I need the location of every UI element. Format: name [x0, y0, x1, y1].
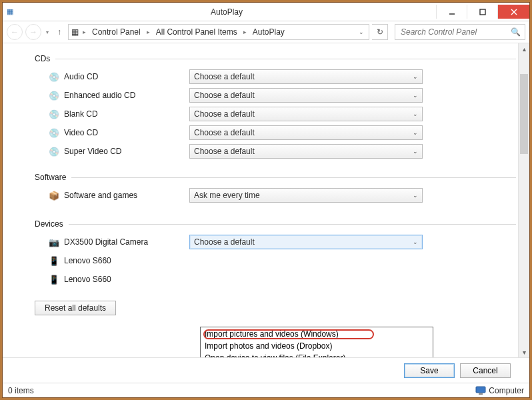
history-dropdown-button[interactable]: ▾	[44, 29, 51, 35]
disc-icon: 💿	[48, 127, 60, 139]
row-lenovo-s660-2: 📱 Lenovo S660	[35, 270, 516, 289]
window-title: AutoPlay	[17, 7, 436, 17]
chevron-down-icon: ⌄	[413, 192, 418, 199]
status-item-count: 0 items	[8, 386, 34, 395]
row-label: Blank CD	[64, 109, 189, 119]
row-super-video-cd: 💿 Super Video CD Choose a default⌄	[35, 142, 516, 161]
crumb-control-panel[interactable]: Control Panel	[90, 27, 143, 37]
row-label: DX3500 Digital Camera	[64, 237, 189, 247]
crumb-autoplay[interactable]: AutoPlay	[251, 27, 287, 37]
window-buttons	[436, 5, 529, 19]
svg-rect-5	[479, 393, 483, 395]
search-box[interactable]: 🔍	[395, 24, 525, 40]
search-input[interactable]	[399, 27, 511, 37]
address-bar[interactable]: ▦ ▸ Control Panel ▸ All Control Panel It…	[68, 24, 369, 40]
row-dx3500-camera: 📷 DX3500 Digital Camera Choose a default…	[35, 233, 516, 251]
crumb-all-items[interactable]: All Control Panel Items	[154, 27, 239, 37]
row-label: Lenovo S660	[64, 256, 189, 265]
content-scroll: CDs 💿 Audio CD Choose a default⌄ 💿 Enhan…	[3, 43, 529, 357]
dialog-button-bar: Save Cancel	[3, 357, 529, 383]
location-icon: ▦	[71, 27, 79, 37]
disc-icon: 💿	[48, 108, 60, 120]
content-area: CDs 💿 Audio CD Choose a default⌄ 💿 Enhan…	[3, 43, 529, 357]
address-dropdown-icon[interactable]: ⌄	[357, 29, 366, 35]
crumb-sep-icon: ▸	[145, 29, 151, 35]
disc-icon: 💿	[48, 89, 60, 101]
back-button[interactable]: ←	[7, 24, 23, 40]
row-label: Enhanced audio CD	[64, 91, 189, 100]
row-label: Video CD	[64, 128, 189, 137]
chevron-down-icon: ⌄	[413, 239, 418, 245]
row-lenovo-s660-1: 📱 Lenovo S660	[35, 251, 516, 270]
cancel-button[interactable]: Cancel	[460, 363, 511, 378]
package-icon: 📦	[48, 189, 60, 201]
group-title-software: Software	[35, 173, 516, 182]
combo-blank-cd[interactable]: Choose a default⌄	[189, 107, 423, 121]
disc-icon: 💿	[48, 145, 60, 157]
group-title-cds: CDs	[35, 54, 516, 63]
phone-icon: 📱	[48, 273, 60, 285]
search-icon: 🔍	[511, 27, 521, 37]
phone-icon: 📱	[48, 255, 60, 267]
chevron-down-icon: ⌄	[413, 73, 418, 80]
toolbar: ← → ▾ ↑ ▦ ▸ Control Panel ▸ All Control …	[3, 21, 529, 43]
row-label: Super Video CD	[64, 147, 189, 156]
combo-super-video-cd[interactable]: Choose a default⌄	[189, 144, 423, 159]
crumb-sep-icon: ▸	[81, 29, 87, 35]
row-label: Software and games	[64, 191, 189, 200]
dropdown-option[interactable]: Open device to view files (File Explorer…	[201, 352, 433, 357]
disc-icon: 💿	[48, 71, 60, 83]
combo-software-games[interactable]: Ask me every time⌄	[189, 188, 423, 203]
chevron-down-icon: ⌄	[413, 92, 418, 99]
row-blank-cd: 💿 Blank CD Choose a default⌄	[35, 105, 516, 123]
maximize-button[interactable]	[467, 5, 497, 19]
up-button[interactable]: ↑	[53, 27, 65, 37]
crumb-sep-icon: ▸	[242, 29, 248, 35]
dropdown-device-options[interactable]: Import pictures and videos (Windows) Imp…	[200, 327, 433, 357]
combo-audio-cd[interactable]: Choose a default⌄	[189, 69, 423, 84]
save-button[interactable]: Save	[404, 363, 455, 378]
scroll-up-icon[interactable]: ▴	[519, 43, 529, 54]
group-title-devices: Devices	[35, 219, 516, 229]
combo-dx3500-camera[interactable]: Choose a default⌄	[189, 235, 423, 249]
combo-enhanced-audio-cd[interactable]: Choose a default⌄	[189, 88, 423, 103]
row-video-cd: 💿 Video CD Choose a default⌄	[35, 123, 516, 142]
reset-all-defaults-button[interactable]: Reset all defaults	[35, 301, 116, 315]
row-software-games: 📦 Software and games Ask me every time⌄	[35, 186, 516, 205]
titlebar: ▦ AutoPlay	[3, 3, 529, 21]
dropdown-option[interactable]: Import photos and videos (Dropbox)	[201, 340, 433, 352]
svg-rect-1	[480, 9, 485, 15]
svg-rect-4	[476, 387, 485, 393]
close-button[interactable]	[497, 5, 529, 19]
chevron-down-icon: ⌄	[413, 129, 418, 136]
row-label: Audio CD	[64, 72, 189, 81]
chevron-down-icon: ⌄	[413, 148, 418, 155]
refresh-button[interactable]: ↻	[372, 24, 388, 40]
scroll-thumb[interactable]	[520, 74, 528, 154]
row-enhanced-audio-cd: 💿 Enhanced audio CD Choose a default⌄	[35, 86, 516, 105]
combo-video-cd[interactable]: Choose a default⌄	[189, 125, 423, 140]
row-audio-cd: 💿 Audio CD Choose a default⌄	[35, 67, 516, 86]
camera-icon: 📷	[48, 236, 60, 248]
status-bar: 0 items Computer	[3, 383, 529, 397]
chevron-down-icon: ⌄	[413, 111, 418, 117]
forward-button[interactable]: →	[25, 24, 41, 40]
minimize-button[interactable]	[436, 5, 467, 19]
status-location: Computer	[489, 386, 524, 395]
scroll-down-icon[interactable]: ▾	[519, 347, 529, 357]
vertical-scrollbar[interactable]: ▴ ▾	[518, 43, 529, 357]
row-label: Lenovo S660	[64, 275, 189, 284]
dropdown-option[interactable]: Import pictures and videos (Windows)	[201, 328, 433, 340]
computer-icon	[475, 386, 486, 395]
autoplay-window: ▦ AutoPlay ← → ▾ ↑ ▦ ▸ Control Panel ▸ A…	[2, 2, 530, 398]
system-icon: ▦	[3, 7, 17, 16]
scroll-track[interactable]	[519, 54, 529, 347]
